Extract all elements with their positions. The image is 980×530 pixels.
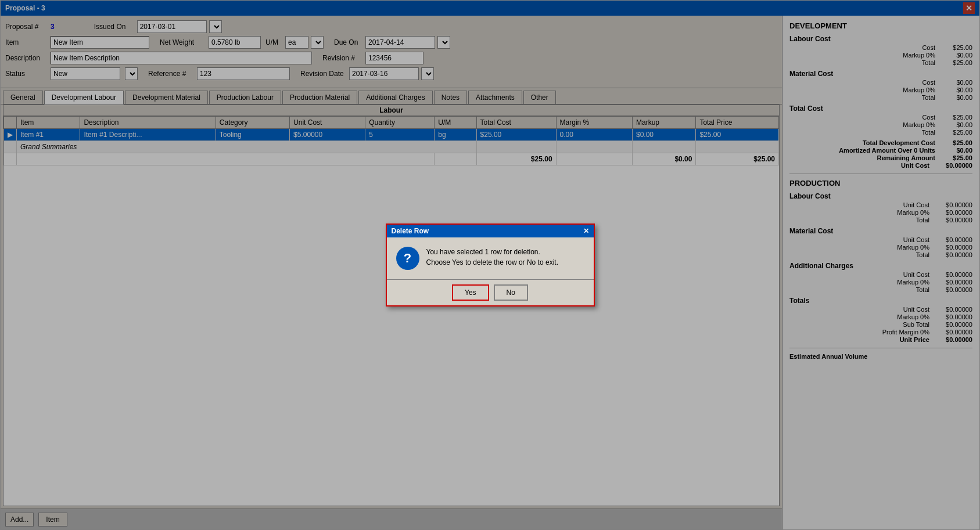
dialog-message-line2: Choose Yes to delete the row or No to ex… bbox=[426, 257, 558, 268]
dialog-no-button[interactable]: No bbox=[494, 284, 528, 301]
main-content: Proposal # 3 Issued On ▼ Item Ne bbox=[1, 16, 979, 529]
dialog-close-icon[interactable]: ✕ bbox=[583, 227, 589, 235]
dialog-title: Delete Row bbox=[392, 227, 429, 235]
dialog-body: ? You have selected 1 row for deletion. … bbox=[387, 237, 594, 279]
main-window: Proposal - 3 ✕ Proposal # 3 Issued On ▼ bbox=[0, 0, 980, 530]
dialog-message: You have selected 1 row for deletion. Ch… bbox=[426, 247, 558, 268]
delete-row-dialog: Delete Row ✕ ? You have selected 1 row f… bbox=[386, 223, 595, 307]
dialog-question-icon: ? bbox=[396, 247, 419, 270]
dialog-title-bar: Delete Row ✕ bbox=[387, 225, 594, 237]
dialog-buttons: Yes No bbox=[387, 279, 594, 305]
dialog-message-line1: You have selected 1 row for deletion. bbox=[426, 247, 558, 257]
modal-overlay: Delete Row ✕ ? You have selected 1 row f… bbox=[1, 16, 979, 529]
dialog-yes-button[interactable]: Yes bbox=[452, 284, 489, 301]
